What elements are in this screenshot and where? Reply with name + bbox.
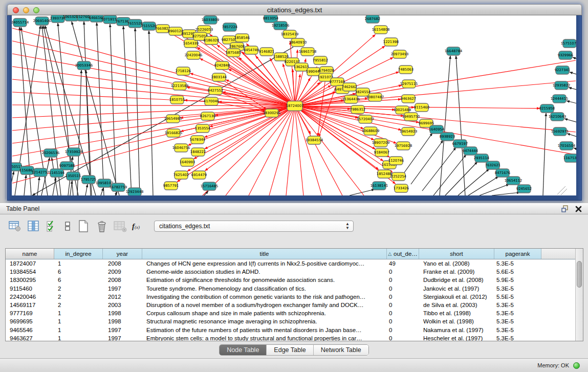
graph-edge[interactable]	[70, 181, 72, 195]
graph-node[interactable]: 9115460	[414, 103, 429, 112]
graph-node[interactable]: 1353554	[195, 124, 210, 133]
column-header-pagerank[interactable]: pagerank	[494, 249, 541, 259]
graph-node[interactable]: 19218506	[272, 21, 290, 30]
table-selector-dropdown[interactable]: citations_edges.txt ▲▼	[154, 221, 354, 232]
graph-edge[interactable]	[445, 162, 477, 195]
tab-edge-table[interactable]: Edge Table	[267, 345, 313, 355]
graph-node[interactable]: 19654985	[164, 115, 182, 123]
close-panel-icon[interactable]	[575, 206, 582, 212]
graph-edge[interactable]	[24, 175, 26, 195]
graph-edge[interactable]	[567, 101, 576, 106]
graph-edge[interactable]	[97, 23, 104, 195]
graph-node[interactable]: 9857791	[163, 182, 179, 190]
graph-node[interactable]: 19654923	[400, 127, 418, 136]
graph-node[interactable]: 24055714	[12, 18, 29, 27]
graph-edge[interactable]	[458, 169, 489, 195]
column-visibility-icon[interactable]	[27, 220, 40, 233]
memory-status-indicator[interactable]	[573, 362, 580, 369]
graph-node[interactable]: 8454749	[244, 46, 259, 54]
table-row[interactable]: 1830029562008Estimation of significance …	[6, 276, 583, 284]
graph-node[interactable]: 17016504	[558, 142, 576, 150]
graph-node[interactable]: 1350515	[66, 172, 81, 180]
graph-edge[interactable]	[456, 56, 465, 195]
graph-node[interactable]: 4170046	[204, 97, 219, 105]
graph-node[interactable]: 7485063	[398, 65, 413, 74]
delete-table-icon[interactable]	[95, 220, 108, 233]
graph-node[interactable]: 7515526	[141, 22, 157, 30]
graph-edge[interactable]	[570, 72, 576, 77]
graph-node[interactable]: 9463627	[401, 95, 416, 103]
graph-node[interactable]: 8267130	[200, 112, 215, 120]
graph-node[interactable]: 9184067	[374, 148, 389, 157]
graph-node[interactable]: 9474444	[463, 147, 478, 155]
graph-edge[interactable]	[569, 87, 576, 92]
network-view-window[interactable]: citations_edges.txt 24055714206914062393…	[7, 4, 582, 201]
graph-node[interactable]: 1640993	[180, 158, 195, 166]
graph-edge[interactable]	[286, 106, 295, 195]
graph-edge[interactable]	[84, 21, 91, 195]
graph-node[interactable]: 1852488	[377, 170, 392, 178]
graph-node[interactable]: 12444415	[551, 95, 569, 103]
graph-edge[interactable]	[203, 106, 295, 195]
vertical-scrollbar[interactable]	[575, 249, 583, 341]
graph-node[interactable]: 1810755	[169, 96, 185, 104]
graph-node[interactable]: 2252254	[391, 172, 406, 181]
table-row[interactable]: 1456911722003Disruption of a novel membe…	[6, 301, 583, 309]
import-table-disabled-icon[interactable]	[114, 220, 127, 233]
graph-node[interactable]: 9245652	[516, 185, 532, 193]
graph-node[interactable]: 19166825	[165, 129, 183, 137]
graph-node[interactable]: 5875685	[226, 49, 241, 57]
float-panel-icon[interactable]	[561, 205, 569, 212]
graph-node[interactable]: 10807487	[366, 93, 384, 101]
graph-node[interactable]: 8960124	[168, 27, 183, 35]
graph-node[interactable]: 1858546	[234, 34, 250, 42]
graph-node[interactable]: 19756928	[395, 142, 412, 150]
table-row[interactable]: 946554611997Estimation of the future num…	[6, 326, 583, 334]
graph-edge[interactable]	[422, 147, 456, 191]
column-header-name[interactable]: name	[6, 249, 54, 259]
tab-node-table[interactable]: Node Table	[220, 345, 267, 355]
graph-edge[interactable]	[101, 188, 103, 195]
graph-node[interactable]: 2935114	[474, 154, 489, 162]
graph-node[interactable]: 9242848	[214, 61, 230, 70]
graph-edge[interactable]	[564, 119, 576, 124]
graph-node[interactable]: 16782759	[110, 183, 127, 191]
graph-edge[interactable]	[543, 113, 546, 195]
zoom-window-button[interactable]	[33, 7, 39, 13]
graph-node[interactable]: 7632621	[485, 161, 500, 169]
graph-edge[interactable]	[12, 171, 14, 195]
column-header-year[interactable]: year	[103, 249, 142, 259]
graph-node[interactable]: 8938923	[440, 133, 455, 141]
column-header-short[interactable]: short	[419, 249, 494, 259]
table-row[interactable]: 1938455462009Genome-wide association stu…	[6, 268, 583, 276]
graph-node[interactable]: 10654112	[505, 177, 522, 185]
graph-edge[interactable]	[53, 178, 56, 195]
graph-node[interactable]: 7986312	[350, 105, 365, 114]
graph-node[interactable]: 1795725	[81, 176, 96, 184]
column-header-in_degree[interactable]: in_degree	[54, 249, 103, 259]
graph-node[interactable]: 2803144	[211, 73, 227, 81]
graph-node[interactable]: 18325419	[281, 30, 299, 38]
graph-edge[interactable]	[573, 57, 576, 62]
graph-node[interactable]: 16138141	[371, 182, 388, 190]
graph-node[interactable]: 19384554	[306, 136, 323, 144]
table-row[interactable]: 946362711997Embryonic stem cells: a mode…	[6, 334, 583, 341]
graph-node[interactable]: 20053346	[75, 61, 93, 70]
graph-node[interactable]: 21364436	[342, 95, 360, 103]
window-titlebar[interactable]: citations_edges.txt	[7, 4, 582, 15]
graph-node[interactable]: 16033809	[202, 16, 220, 24]
canvas-resize-grip[interactable]	[557, 186, 567, 195]
graph-node[interactable]: 12213583	[171, 82, 189, 90]
table-row[interactable]: 977716911998Corpus callosum shape and si…	[6, 309, 583, 317]
graph-node[interactable]: 15692971	[551, 127, 569, 136]
table-row[interactable]: 2242004622012Investigating the contribut…	[6, 293, 583, 301]
graph-edge[interactable]	[226, 106, 295, 195]
graph-node[interactable]: 7625402	[173, 171, 189, 179]
graph-node[interactable]: 9146821	[259, 48, 274, 56]
graph-node[interactable]: 12935822	[553, 81, 571, 90]
graph-node[interactable]: 18724007	[286, 101, 304, 111]
graph-node[interactable]: 1120746	[388, 157, 404, 165]
graph-node[interactable]: 9427552	[208, 86, 223, 95]
tab-network-table[interactable]: Network Table	[314, 345, 368, 355]
graph-node[interactable]: 1848222	[190, 148, 206, 156]
